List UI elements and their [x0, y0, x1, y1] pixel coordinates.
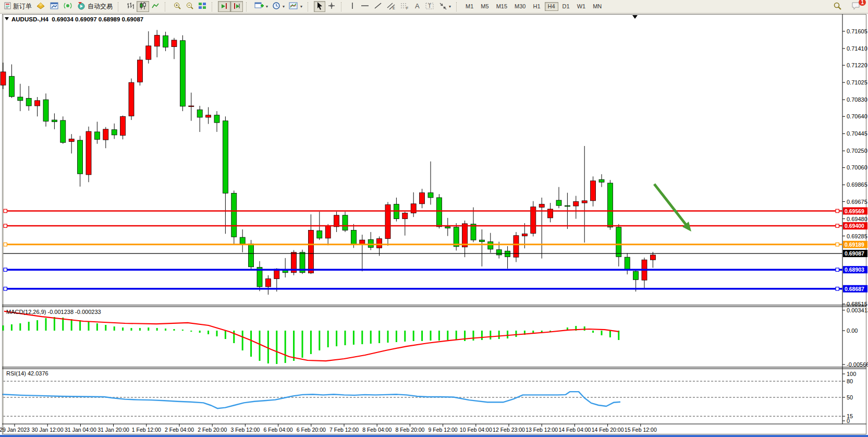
timeframe-button-m15[interactable]: M15: [493, 2, 510, 11]
line-chart-button[interactable]: [149, 1, 162, 12]
svg-text:0.69480: 0.69480: [847, 216, 867, 222]
timeframe-button-mn[interactable]: MN: [590, 2, 605, 11]
auto-trading-label: 自动交易: [88, 2, 113, 11]
svg-text:31 Jan 20:00: 31 Jan 20:00: [97, 427, 129, 433]
svg-text:100: 100: [847, 371, 856, 377]
svg-text:0.70250: 0.70250: [847, 148, 867, 154]
svg-text:6 Feb 20:00: 6 Feb 20:00: [297, 427, 326, 433]
zoom-out-button[interactable]: [184, 1, 196, 12]
add-indicator-icon: [254, 2, 264, 11]
shapes-button[interactable]: ▾: [436, 1, 453, 12]
svg-text:2 Feb 04:00: 2 Feb 04:00: [165, 427, 194, 433]
svg-text:0.69675: 0.69675: [847, 199, 867, 205]
svg-text:8 Feb 04:00: 8 Feb 04:00: [362, 427, 392, 433]
horizontal-line-icon: [360, 2, 370, 11]
svg-text:T: T: [428, 3, 431, 9]
svg-text:-0.005669: -0.005669: [847, 361, 868, 368]
svg-text:0.70830: 0.70830: [847, 96, 867, 103]
new-order-button[interactable]: 新订单: [2, 1, 34, 12]
svg-text:1 Feb 12:00: 1 Feb 12:00: [132, 427, 161, 433]
timeframe-button-m30[interactable]: M30: [511, 2, 529, 11]
vertical-line-button[interactable]: [347, 1, 358, 12]
chart-window-icon: [50, 2, 59, 11]
svg-text:0.69087: 0.69087: [845, 250, 864, 257]
rsi-indicator-label: RSI(14) 42.0376: [6, 370, 48, 377]
fibonacci-icon: F: [400, 2, 409, 11]
candlestick-chart-button[interactable]: [137, 1, 149, 12]
timeframe-button-m5[interactable]: M5: [478, 2, 492, 11]
bar-chart-button[interactable]: [124, 1, 137, 12]
search-button[interactable]: [831, 1, 844, 12]
equidistant-channel-button[interactable]: E: [384, 1, 398, 12]
toolbar-separator: [212, 2, 216, 11]
svg-text:0.003413: 0.003413: [847, 307, 868, 313]
svg-text:0.71220: 0.71220: [847, 62, 867, 68]
toolbar-separator: [246, 2, 250, 11]
new-order-icon: [4, 2, 11, 11]
svg-text:30 Jan 12:00: 30 Jan 12:00: [32, 427, 64, 433]
dropdown-caret-icon: ▾: [266, 4, 268, 9]
macd-indicator-label: MACD(12,26,9) -0.001238 -0.000233: [6, 309, 101, 315]
notifications-button[interactable]: 1: [849, 1, 863, 12]
svg-text:0.71025: 0.71025: [847, 79, 867, 86]
chart-shift-icon: [233, 2, 241, 11]
svg-text:0.71605: 0.71605: [847, 28, 867, 34]
periods-button[interactable]: ▾: [270, 1, 287, 12]
tile-windows-icon: [198, 2, 206, 11]
timeframe-button-m1[interactable]: M1: [462, 2, 476, 11]
svg-text:2 Feb 20:00: 2 Feb 20:00: [198, 427, 227, 433]
cursor-button[interactable]: [314, 1, 325, 12]
signals-button[interactable]: [61, 1, 75, 12]
toolbar-separator: [341, 2, 345, 11]
tile-windows-button[interactable]: [196, 1, 209, 12]
template-button[interactable]: ▾: [287, 1, 304, 12]
svg-text:0.69865: 0.69865: [847, 181, 867, 188]
bar-chart-icon: [126, 2, 135, 11]
timeframe-button-h1[interactable]: H1: [530, 2, 543, 11]
svg-text:14 Feb 04:00: 14 Feb 04:00: [558, 427, 591, 433]
svg-text:50: 50: [847, 394, 853, 400]
timeframe-button-h4[interactable]: H4: [545, 2, 558, 11]
svg-text:3 Feb 12:00: 3 Feb 12:00: [230, 427, 260, 433]
market-button[interactable]: [34, 1, 47, 12]
auto-scroll-icon: [220, 2, 228, 11]
zoom-in-button[interactable]: [171, 1, 184, 12]
svg-text:0.00: 0.00: [847, 327, 858, 334]
svg-text:10 Feb 04:00: 10 Feb 04:00: [460, 427, 492, 433]
signal-icon: [63, 2, 72, 11]
text-button[interactable]: A: [411, 1, 423, 12]
svg-text:E: E: [393, 6, 395, 10]
dropdown-caret-icon: ▾: [300, 4, 302, 9]
trendline-button[interactable]: [372, 1, 384, 12]
toolbar-separator: [456, 2, 460, 11]
text-icon: A: [413, 2, 421, 11]
auto-trading-icon: [77, 2, 86, 11]
candlestick-chart-icon: [139, 2, 147, 11]
clock-icon: [272, 2, 280, 11]
crosshair-button[interactable]: [325, 1, 338, 12]
dropdown-caret-icon: ▾: [449, 4, 451, 9]
symbol-dropdown-icon[interactable]: [5, 17, 9, 20]
chart-shift-button[interactable]: [230, 1, 243, 12]
auto-scroll-button[interactable]: [218, 1, 230, 12]
timeframe-button-d1[interactable]: D1: [559, 2, 573, 11]
fibonacci-button[interactable]: F: [398, 1, 411, 12]
svg-text:F: F: [406, 6, 408, 10]
horizontal-line-button[interactable]: [358, 1, 372, 12]
channel-icon: E: [386, 2, 396, 11]
svg-text:0.69569: 0.69569: [845, 208, 864, 214]
svg-text:29 Jan 2023: 29 Jan 2023: [0, 427, 30, 433]
charts-button[interactable]: [47, 1, 61, 12]
add-indicator-button[interactable]: ▾: [252, 1, 270, 12]
chart-canvas[interactable]: 0.716050.714100.712200.710250.708300.706…: [0, 0, 868, 437]
main-toolbar: 新订单 自动交易: [0, 0, 868, 14]
text-label-button[interactable]: T: [423, 1, 436, 12]
svg-text:0.70060: 0.70060: [847, 164, 867, 171]
toolbar-separator: [165, 2, 169, 11]
svg-text:0.68515: 0.68515: [847, 301, 867, 307]
line-chart-icon: [151, 2, 160, 11]
auto-trading-button[interactable]: 自动交易: [75, 1, 115, 12]
svg-text:0.69189: 0.69189: [845, 241, 864, 248]
svg-text:0.70445: 0.70445: [847, 130, 867, 137]
timeframe-button-w1[interactable]: W1: [574, 2, 589, 11]
